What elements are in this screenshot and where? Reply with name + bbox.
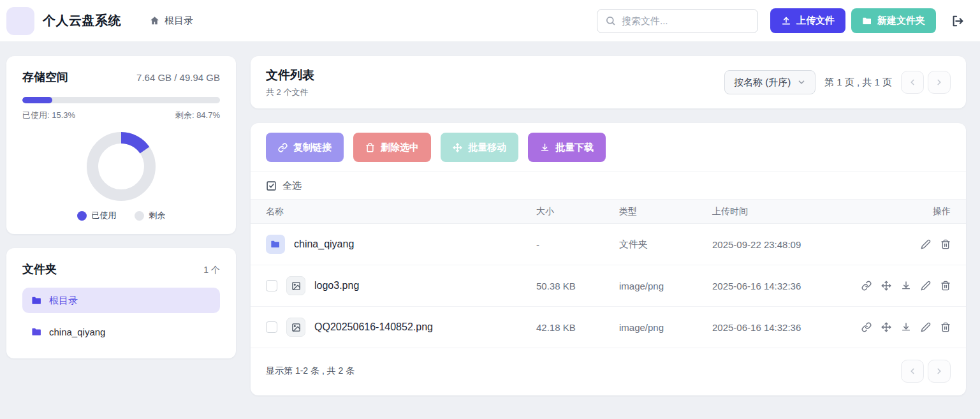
link-icon (278, 143, 288, 152)
bulk-move-label: 批量移动 (468, 142, 506, 154)
prev-page-button[interactable] (901, 71, 924, 94)
move-icon (881, 322, 891, 332)
storage-used-label: 已使用: 15.3% (22, 110, 75, 121)
bulk-download-button[interactable]: 批量下载 (528, 133, 606, 162)
select-all-toggle[interactable]: 全选 (251, 172, 966, 200)
folders-card: 文件夹 1 个 根目录 china_qiyang (6, 248, 236, 358)
row-action-download[interactable] (901, 281, 911, 291)
file-type: image/png (619, 281, 712, 291)
search-box (597, 9, 758, 33)
column-type: 类型 (619, 206, 712, 217)
next-page-button[interactable] (928, 71, 951, 94)
table-row[interactable]: logo3.png 50.38 KB image/png 2025-06-16 … (251, 265, 966, 307)
row-action-link[interactable] (861, 281, 872, 291)
sidebar-folder-china-qiyang[interactable]: china_qiyang (22, 319, 220, 344)
folder-icon (270, 239, 281, 249)
row-action-delete[interactable] (940, 322, 951, 332)
link-icon (861, 322, 872, 332)
sort-select[interactable]: 按名称 (升序) (724, 70, 815, 94)
storage-progress-track (22, 97, 220, 103)
row-action-move[interactable] (881, 322, 891, 332)
search-input[interactable] (622, 15, 750, 26)
delete-icon (940, 239, 951, 249)
storage-free-label: 剩余: 84.7% (175, 110, 220, 121)
file-type: 文件夹 (619, 239, 712, 251)
donut-legend: 已使用 剩余 (77, 210, 166, 221)
select-all-label: 全选 (282, 180, 302, 192)
file-list-subtitle: 共 2 个文件 (266, 87, 314, 98)
sidebar-folder-root[interactable]: 根目录 (22, 288, 220, 313)
storage-card: 存储空间 7.64 GB / 49.94 GB 已使用: 15.3% 剩余: 8… (6, 56, 236, 234)
breadcrumb[interactable]: 根目录 (149, 15, 193, 27)
legend-free-label: 剩余 (149, 210, 166, 221)
column-name: 名称 (266, 206, 536, 217)
footer-prev-page-button[interactable] (901, 360, 924, 383)
footer-next-page-button[interactable] (928, 360, 951, 383)
check-square-icon (266, 180, 277, 191)
file-size: 50.38 KB (536, 281, 619, 291)
table-row[interactable]: QQ20250616-140852.png 42.18 KB image/png… (251, 307, 966, 348)
file-type: image/png (619, 322, 712, 333)
table-footer: 显示第 1-2 条 , 共 2 条 (251, 348, 966, 395)
chevron-right-icon (935, 78, 944, 87)
legend-dot-used (77, 211, 87, 221)
column-actions: 操作 (840, 206, 951, 217)
image-icon (291, 281, 301, 291)
search-icon (605, 15, 616, 26)
row-checkbox[interactable] (266, 280, 277, 291)
breadcrumb-label: 根目录 (165, 15, 193, 27)
row-action-delete[interactable] (940, 239, 951, 249)
row-action-download[interactable] (901, 322, 911, 332)
file-name[interactable]: china_qiyang (294, 239, 354, 250)
app-title: 个人云盘系统 (43, 12, 121, 29)
legend-used-label: 已使用 (92, 210, 117, 221)
file-time: 2025-09-22 23:48:09 (712, 239, 840, 250)
file-table-card: 复制链接 删除选中 批量移动 批量下载 全选 (251, 123, 966, 395)
file-time: 2025-06-16 14:32:36 (712, 281, 840, 291)
link-icon (861, 281, 872, 291)
upload-file-button[interactable]: 上传文件 (770, 8, 845, 33)
delete-icon (940, 281, 951, 291)
edit-icon (921, 281, 931, 291)
row-action-link[interactable] (861, 322, 872, 332)
delete-selected-button[interactable]: 删除选中 (353, 133, 431, 162)
image-badge (286, 318, 305, 337)
move-icon (453, 143, 462, 152)
page-info: 第 1 页 , 共 1 页 (824, 77, 892, 89)
download-icon (901, 281, 911, 291)
file-time: 2025-06-16 14:32:36 (712, 322, 840, 333)
folder-item-label: china_qiyang (49, 327, 105, 337)
row-action-edit[interactable] (921, 322, 931, 332)
chevron-left-icon (908, 78, 917, 87)
bulk-move-button[interactable]: 批量移动 (441, 133, 518, 162)
delete-selected-label: 删除选中 (381, 142, 419, 154)
file-list-title: 文件列表 (266, 67, 314, 84)
row-action-edit[interactable] (921, 281, 931, 291)
row-action-move[interactable] (881, 281, 891, 291)
chevron-down-icon (797, 78, 806, 87)
chevron-right-icon (935, 367, 944, 376)
file-size: - (536, 239, 619, 250)
delete-icon (365, 143, 375, 152)
new-folder-label: 新建文件夹 (877, 15, 925, 27)
row-checkbox[interactable] (266, 321, 277, 333)
storage-usage-text: 7.64 GB / 49.94 GB (136, 72, 220, 83)
folder-icon (862, 16, 872, 26)
legend-dot-free (135, 211, 144, 221)
folder-item-label: 根目录 (49, 295, 78, 307)
table-row[interactable]: china_qiyang - 文件夹 2025-09-22 23:48:09 (251, 224, 966, 265)
download-icon (901, 322, 911, 332)
image-badge (286, 276, 305, 295)
file-name[interactable]: logo3.png (314, 280, 359, 291)
row-action-delete[interactable] (940, 281, 951, 291)
file-name[interactable]: QQ20250616-140852.png (314, 321, 433, 333)
column-size: 大小 (536, 206, 619, 217)
download-icon (540, 143, 550, 152)
bulk-download-label: 批量下载 (555, 142, 594, 154)
copy-link-button[interactable]: 复制链接 (266, 133, 344, 162)
logout-button[interactable] (948, 11, 967, 31)
edit-icon (921, 322, 931, 332)
row-action-edit[interactable] (921, 239, 931, 249)
new-folder-button[interactable]: 新建文件夹 (851, 8, 936, 33)
home-icon (149, 15, 160, 26)
